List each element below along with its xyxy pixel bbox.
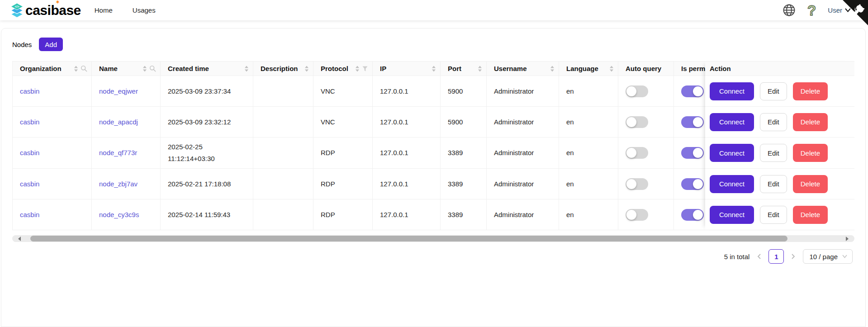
- cell-protocol: RDP: [313, 137, 373, 168]
- is_perm-toggle[interactable]: [681, 178, 704, 190]
- sorter-icon[interactable]: [142, 66, 147, 72]
- sorter-icon[interactable]: [550, 66, 555, 72]
- cell-protocol: VNC: [313, 76, 373, 106]
- auto_query-toggle[interactable]: [626, 209, 648, 221]
- add-button[interactable]: Add: [39, 38, 63, 51]
- edit-button[interactable]: Edit: [760, 206, 787, 224]
- column-header-action: Action: [705, 61, 854, 76]
- column-header-port[interactable]: Port: [441, 62, 487, 76]
- cell-language: en: [559, 76, 618, 106]
- connect-button[interactable]: Connect: [710, 175, 754, 193]
- is_perm-toggle[interactable]: [681, 209, 704, 221]
- user-label: User: [828, 6, 842, 14]
- organization-link[interactable]: casbin: [20, 116, 39, 128]
- cell-organization: casbin: [13, 107, 92, 137]
- nodes-table: OrganizationNameCreated timeDescriptionP…: [12, 61, 854, 230]
- cell-protocol: RDP: [313, 169, 373, 199]
- page-size-caret-icon: [842, 255, 847, 258]
- cell-name: node_eqjwer: [92, 76, 161, 106]
- sorter-icon[interactable]: [304, 66, 309, 72]
- name-link[interactable]: node_cy3c9s: [99, 209, 139, 221]
- organization-link[interactable]: casbin: [20, 209, 39, 221]
- cell-created_time: 2025-03-09 23:37:34: [161, 76, 253, 106]
- column-header-organization[interactable]: Organization: [13, 62, 92, 76]
- horizontal-scrollbar[interactable]: [12, 235, 854, 242]
- svg-text:</>: </>: [14, 5, 19, 8]
- delete-button[interactable]: Delete: [793, 144, 828, 162]
- is_perm-toggle[interactable]: [681, 116, 704, 128]
- name-link[interactable]: node_apacdj: [99, 116, 138, 128]
- sorter-icon[interactable]: [478, 66, 482, 72]
- column-header-protocol[interactable]: Protocol: [313, 62, 373, 76]
- action-cell: ConnectEditDelete: [705, 76, 854, 107]
- auto_query-toggle[interactable]: [626, 147, 648, 159]
- sorter-icon[interactable]: [355, 66, 360, 72]
- name-link[interactable]: node_qf773r: [99, 147, 137, 159]
- column-header-created_time[interactable]: Created time: [161, 62, 253, 76]
- sorter-icon[interactable]: [74, 66, 78, 72]
- delete-button[interactable]: Delete: [793, 175, 828, 193]
- column-header-username[interactable]: Username: [487, 62, 559, 76]
- navbar-right: ? User: [783, 2, 851, 19]
- cell-ip: 127.0.0.1: [373, 169, 441, 199]
- is_perm-toggle[interactable]: [681, 85, 704, 97]
- organization-link[interactable]: casbin: [20, 147, 39, 159]
- page-size-select[interactable]: 10 / page: [803, 249, 853, 264]
- edit-button[interactable]: Edit: [760, 144, 787, 162]
- scroll-left-arrow[interactable]: [16, 235, 23, 242]
- pagination-next-button[interactable]: [791, 253, 796, 260]
- search-icon[interactable]: [149, 65, 156, 72]
- cell-language: en: [559, 199, 618, 230]
- nav-item-home[interactable]: Home: [95, 6, 113, 14]
- filter-icon[interactable]: [362, 66, 368, 72]
- edit-button[interactable]: Edit: [760, 113, 787, 131]
- pagination-prev-button[interactable]: [757, 253, 761, 260]
- auto_query-toggle[interactable]: [626, 116, 648, 128]
- cell-description: [253, 137, 313, 168]
- column-header-ip[interactable]: IP: [373, 62, 441, 76]
- name-link[interactable]: node_eqjwer: [99, 85, 138, 97]
- sorter-icon[interactable]: [609, 66, 614, 72]
- column-header-name[interactable]: Name: [92, 62, 161, 76]
- connect-button[interactable]: Connect: [710, 82, 754, 100]
- page-title: Nodes: [12, 41, 32, 48]
- scrollbar-thumb[interactable]: [30, 236, 787, 242]
- sorter-icon[interactable]: [432, 66, 436, 72]
- cell-name: node_qf773r: [92, 137, 161, 168]
- organization-link[interactable]: casbin: [20, 178, 39, 190]
- cell-username: Administrator: [487, 76, 559, 106]
- casibase-logo[interactable]: </> casibase ✶: [10, 0, 81, 20]
- pagination-total: 5 in total: [724, 253, 750, 261]
- nav-item-usages[interactable]: Usages: [133, 6, 156, 14]
- auto_query-toggle[interactable]: [626, 85, 648, 97]
- delete-button[interactable]: Delete: [793, 113, 828, 131]
- column-header-description[interactable]: Description: [253, 62, 313, 76]
- cell-ip: 127.0.0.1: [373, 199, 441, 230]
- name-link[interactable]: node_zbj7av: [99, 178, 138, 190]
- connect-button[interactable]: Connect: [710, 144, 754, 162]
- page-size-value: 10 / page: [809, 253, 838, 261]
- help-question-icon[interactable]: ?: [807, 2, 816, 19]
- column-header-language[interactable]: Language: [559, 62, 618, 76]
- top-navbar: </> casibase ✶ Home Usages ? User: [0, 0, 868, 20]
- connect-button[interactable]: Connect: [710, 113, 754, 131]
- edit-button[interactable]: Edit: [760, 175, 787, 193]
- language-globe-icon[interactable]: [783, 4, 796, 17]
- scroll-right-arrow[interactable]: [844, 235, 851, 242]
- pagination-page-1[interactable]: 1: [768, 249, 784, 264]
- delete-button[interactable]: Delete: [793, 82, 828, 100]
- github-corner-icon[interactable]: [843, 0, 868, 25]
- delete-button[interactable]: Delete: [793, 206, 828, 224]
- cell-language: en: [559, 137, 618, 168]
- organization-link[interactable]: casbin: [20, 85, 39, 97]
- sorter-icon[interactable]: [244, 66, 249, 72]
- cell-language: en: [559, 169, 618, 199]
- is_perm-toggle[interactable]: [681, 147, 704, 159]
- search-icon[interactable]: [81, 65, 87, 72]
- cell-name: node_cy3c9s: [92, 199, 161, 230]
- auto_query-toggle[interactable]: [626, 178, 648, 190]
- action-cell: ConnectEditDelete: [705, 169, 854, 199]
- connect-button[interactable]: Connect: [710, 206, 754, 224]
- edit-button[interactable]: Edit: [760, 82, 787, 100]
- cell-description: [253, 76, 313, 106]
